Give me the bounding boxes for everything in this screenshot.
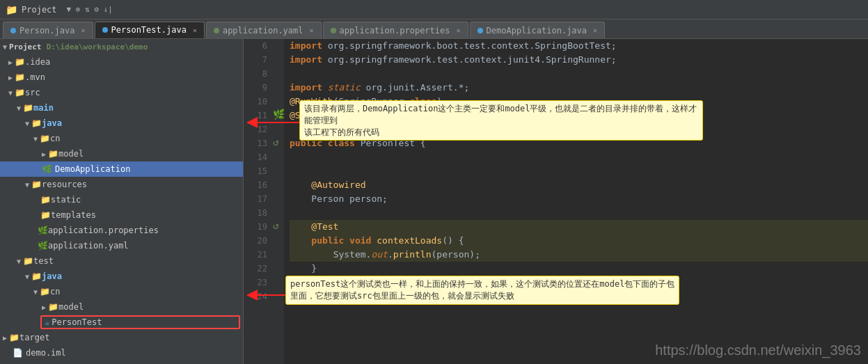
sidebar-item-main[interactable]: ▼ 📁 main [0,100,243,116]
resources-label: resources [42,180,87,189]
tab-persontest[interactable]: PersonTest.java ✕ [95,22,205,38]
cn-label: cn [50,134,60,143]
java-main-folder-icon: 📁 [31,118,42,128]
main-arrow: ▼ [17,104,21,112]
tab-demomain-dot [478,28,483,33]
code-line-18 [290,206,868,220]
sidebar-item-static[interactable]: 📁 static [0,192,243,207]
model-test-folder-icon: 📁 [48,302,58,312]
code-line-17: Person person; [290,192,868,206]
model-folder-icon: 📁 [48,149,58,159]
src-folder-icon: 📁 [15,88,25,97]
demoiml-icon: 📄 [13,348,23,358]
tree-root[interactable]: ▼ Project D:\idea\workspace\demo [0,39,243,54]
sidebar-item-app-properties[interactable]: 🌿 application.properties [0,223,243,238]
code-line-13: public class PersonTest { [290,136,868,150]
test-folder-icon: 📁 [23,256,33,266]
demoiml-label: demo.iml [26,348,66,358]
sidebar-item-java-test[interactable]: ▼ 📁 java [0,269,243,284]
root-path: D:\idea\workspace\demo [47,42,148,52]
code-line-8 [290,67,868,81]
code-area[interactable]: import org.springframework.boot.test.con… [284,39,868,364]
title-bar-icons[interactable]: ▼ ⊕ ⇅ ⚙ ↓| [67,5,113,14]
cn-folder-icon: 📁 [40,134,50,143]
sidebar-item-templates[interactable]: 📁 templates [0,207,243,223]
tab-appprops-close[interactable]: ✕ [457,26,461,34]
static-folder-icon: 📁 [40,195,51,205]
tab-persontest-close[interactable]: ✕ [193,26,197,34]
tab-demomain-close[interactable]: ✕ [593,26,597,34]
java-main-label: java [42,118,62,128]
tab-appyaml-label: application.yaml [223,26,303,35]
tab-persontest-label: PersonTest.java [111,25,187,35]
code-line-10: @RunWith(SpringRunner.class) [290,95,868,109]
code-line-23 [290,276,868,290]
gutter: 🌿 ↺ ↺ [271,39,284,364]
sidebar-item-model-test[interactable]: ▶ 📁 model [0,299,243,315]
tab-person[interactable]: Person.java ✕ [3,22,93,38]
tab-persontest-dot [102,27,108,33]
sidebar-item-demoiml[interactable]: 📄 demo.iml [0,345,243,361]
app-properties-icon: 🌿 [38,225,48,235]
cn-test-folder-icon: 📁 [40,287,50,296]
code-line-14 [290,150,868,164]
app-properties-label: application.properties [48,225,159,235]
model-test-label: model [58,302,84,312]
target-label: target [19,333,49,342]
tab-demomain-label: DemoApplication.java [487,26,587,35]
persontest-label: PersonTest [52,317,102,327]
sidebar-item-src[interactable]: ▼ 📁 src [0,85,243,100]
code-line-7: import org.springframework.test.context.… [290,53,868,67]
idea-arrow: ▶ [8,58,13,66]
main-folder-icon: 📁 [23,103,33,113]
sidebar-item-cn[interactable]: ▼ 📁 cn [0,131,243,146]
target-folder-icon: 📁 [9,333,19,342]
persontest-java-icon: ☕ [45,317,49,327]
line-numbers: 6 7 8 9 10 11 12 13 14 15 16 17 18 19 20… [244,39,271,364]
idea-folder-icon: 📁 [15,57,25,67]
app-yaml-label: application.yaml [48,241,129,251]
tab-bar: Person.java ✕ PersonTest.java ✕ applicat… [0,19,868,39]
project-icon: 📁 [6,4,17,15]
sidebar-item-idea[interactable]: ▶ 📁 .idea [0,54,243,70]
sidebar-item-java-main[interactable]: ▼ 📁 java [0,116,243,131]
java-main-arrow: ▼ [25,120,29,127]
sidebar-item-test[interactable]: ▼ 📁 test [0,253,243,269]
templates-label: templates [51,210,96,220]
tab-person-close[interactable]: ✕ [81,26,85,34]
code-line-21: System.out.println(person); [290,248,868,262]
sidebar-item-cn-test[interactable]: ▼ 📁 cn [0,284,243,299]
test-label: test [33,256,54,266]
tab-appyaml-dot [214,28,219,33]
sidebar-item-resources[interactable]: ▼ 📁 resources [0,177,243,192]
tab-demomain[interactable]: DemoApplication.java ✕ [470,22,606,38]
model-test-arrow: ▶ [42,303,46,311]
java-test-label: java [42,271,62,281]
tab-appyaml-close[interactable]: ✕ [310,26,314,34]
sidebar-item-demoapplication[interactable]: 🌿 DemoApplication [0,161,243,177]
code-line-12 [290,122,868,136]
code-line-22: } [290,262,868,276]
sidebar: ▼ Project D:\idea\workspace\demo ▶ 📁 .id… [0,39,244,364]
main-label: main [33,103,54,113]
refresh2-gutter-icon: ↺ [273,220,278,231]
tab-appyaml[interactable]: application.yaml ✕ [206,22,322,38]
sidebar-item-target[interactable]: ▶ 📁 target [0,330,243,345]
tab-appprops[interactable]: application.properties ✕ [323,22,468,38]
main-area: ▼ Project D:\idea\workspace\demo ▶ 📁 .id… [0,39,868,364]
code-line-24: } [290,290,868,303]
editor-content: 6 7 8 9 10 11 12 13 14 15 16 17 18 19 20… [244,39,868,364]
sidebar-item-app-yaml[interactable]: 🌿 application.yaml [0,238,243,253]
refresh-gutter-icon: ↺ [273,136,278,148]
mvn-folder-icon: 📁 [15,72,25,82]
cn-arrow: ▼ [33,135,38,143]
code-line-20: public void contextLoads() { [290,234,868,248]
static-label: static [51,195,81,205]
tab-person-label: Person.java [19,26,74,35]
sidebar-item-model[interactable]: ▶ 📁 model [0,146,243,161]
resources-arrow: ▼ [25,181,29,189]
spring-leaf-gutter-icon: 🌿 [273,109,284,120]
sidebar-item-mvn[interactable]: ▶ 📁 .mvn [0,70,243,85]
sidebar-item-persontest[interactable]: ☕ PersonTest [0,315,243,330]
tab-appprops-dot [331,28,336,33]
